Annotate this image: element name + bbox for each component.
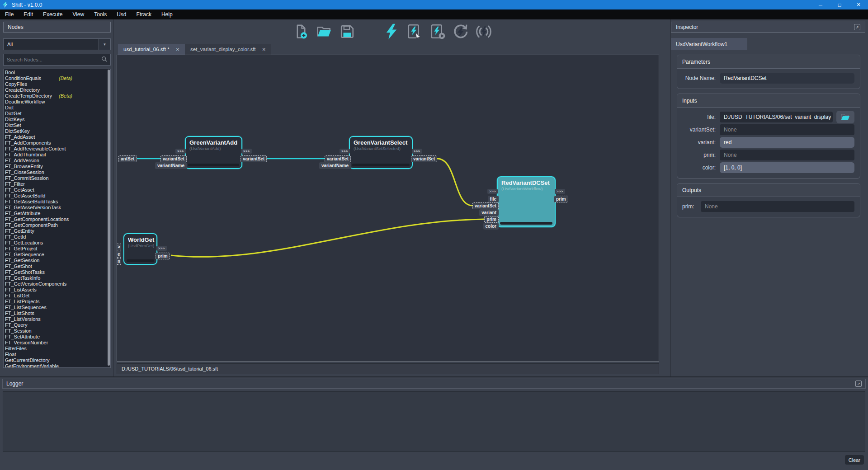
menu-execute[interactable]: Execute (38, 9, 67, 19)
port-variant[interactable]: variant (479, 209, 499, 216)
list-item[interactable]: FT_CommitSession (5, 175, 110, 181)
list-item[interactable]: FT_GetSession (5, 258, 110, 263)
list-item[interactable]: FT_GetEntity (5, 228, 110, 234)
field-variant[interactable]: red (720, 137, 854, 148)
list-item[interactable]: FilterFiles (5, 346, 110, 352)
list-item[interactable]: CopyFiles (5, 81, 110, 87)
list-item[interactable]: FT_VersionNumber (5, 340, 110, 346)
close-button[interactable]: ✕ (849, 0, 868, 9)
field-prim[interactable]: None (701, 201, 854, 212)
open-file-icon[interactable] (316, 23, 333, 40)
list-item[interactable]: FT_GetProject (5, 246, 110, 252)
graph-node-resize-bar[interactable] (188, 164, 239, 166)
tab-set-variant-display-color-sft[interactable]: set_variant_display_color.sft✕ (185, 44, 271, 55)
port-prim[interactable]: prim (554, 196, 568, 202)
port-prim[interactable]: prim (484, 216, 499, 223)
list-item[interactable]: FT_CloseSession (5, 169, 110, 175)
list-item[interactable]: FT_GetVersionComponents (5, 281, 110, 287)
execute-icon[interactable] (383, 23, 400, 40)
list-item[interactable]: FT_ListGet (5, 293, 110, 299)
list-item[interactable]: FT_Filter (5, 181, 110, 187)
list-item[interactable]: FT_GetAssetVersionTask (5, 205, 110, 211)
list-item[interactable]: GetEnvironmentVariable (5, 363, 110, 368)
popout-icon[interactable]: ↗ (854, 24, 860, 30)
close-icon[interactable]: ✕ (262, 47, 266, 52)
field-node-name[interactable]: RedVariantDCSet (720, 73, 854, 84)
list-item[interactable]: DictKeys (5, 117, 110, 122)
menu-usd[interactable]: Usd (112, 9, 131, 19)
refresh-execute-icon[interactable] (452, 23, 469, 40)
list-item[interactable]: DictSetKey (5, 128, 110, 134)
port-color[interactable]: color (483, 223, 499, 230)
browse-file-button[interactable] (836, 111, 854, 123)
list-item[interactable]: FT_GetComponentLocations (5, 216, 110, 222)
list-item[interactable]: FT_GetId (5, 234, 110, 240)
list-item[interactable]: FT_AddComponents (5, 140, 110, 146)
port-variantSet[interactable]: variantSet (472, 202, 499, 209)
menu-tools[interactable]: Tools (89, 9, 112, 19)
list-item[interactable]: DeadlineWorkflow (5, 99, 110, 105)
menu-help[interactable]: Help (156, 9, 178, 19)
graph-node-greenvariantselect[interactable]: GreenVariantSelect(UsdVariantSetSelected… (349, 136, 413, 169)
list-item[interactable]: FT_GetTaskInfo (5, 275, 110, 281)
field-file[interactable]: D:/USD_TUTORIALS/06/set_variant_display_… (720, 112, 833, 122)
port-variantSet[interactable]: variantSet (411, 155, 437, 162)
port-prim[interactable]: prim (156, 253, 170, 259)
port-variantSet[interactable]: variantSet (241, 155, 267, 162)
graph-node-redvariantdcset[interactable]: RedVariantDCSet(UsdVariantWorkflow) (497, 176, 556, 227)
list-item[interactable]: FT_AddReviewableContent (5, 146, 110, 152)
list-item[interactable]: Float (5, 352, 110, 357)
list-item[interactable]: FT_ListAssets (5, 287, 110, 293)
list-item[interactable]: FT_AddThumbnail (5, 152, 110, 158)
live-execute-icon[interactable] (475, 23, 492, 40)
list-item[interactable]: FT_GetSequence (5, 252, 110, 258)
search-nodes-input[interactable]: Search Nodes... (3, 54, 111, 66)
maximize-button[interactable]: □ (830, 0, 849, 9)
field-prim[interactable]: None (720, 150, 854, 160)
menu-view[interactable]: View (67, 9, 89, 19)
list-item[interactable]: FT_ListVersions (5, 316, 110, 322)
list-item[interactable]: FT_ListShots (5, 310, 110, 316)
field-color[interactable]: [1, 0, 0] (720, 162, 854, 173)
list-item[interactable]: FT_GetAssetBuildTasks (5, 199, 110, 205)
port-variantSet[interactable]: variantSet (325, 155, 351, 162)
chevron-down-icon[interactable]: ▼ (99, 39, 110, 50)
list-item[interactable]: FT_ListProjects (5, 299, 110, 305)
list-item[interactable]: GetCurrentDirectory (5, 357, 110, 363)
graph-node-greenvariantadd[interactable]: GreenVariantAdd(UsdVariantAdd) (185, 136, 242, 169)
list-item[interactable]: FT_GetShotTasks (5, 269, 110, 275)
list-item[interactable]: CreateTempDirectory(Beta) (5, 93, 110, 99)
list-item[interactable]: Bool (5, 70, 110, 75)
list-item[interactable]: DictSet (5, 122, 110, 128)
tab-usd-tutorial-06-sft-[interactable]: usd_tutorial_06.sft *✕ (118, 44, 185, 55)
port-variantSet[interactable]: variantSet (160, 155, 187, 162)
port-variantName[interactable]: variantName (155, 162, 187, 169)
list-item[interactable]: FT_GetAssetBuild (5, 193, 110, 199)
graph-node-resize-bar[interactable] (500, 222, 552, 225)
menu-ftrack[interactable]: Ftrack (132, 9, 156, 19)
list-item[interactable]: FT_AddVersion (5, 158, 110, 164)
list-item[interactable]: FT_SetAttribute (5, 334, 110, 340)
field-variantset[interactable]: None (720, 124, 854, 135)
graph-node-resize-bar[interactable] (127, 259, 154, 262)
list-item[interactable]: FT_ListSequences (5, 305, 110, 310)
menu-edit[interactable]: Edit (19, 9, 38, 19)
clear-button[interactable]: Clear (845, 455, 864, 465)
list-item[interactable]: ConditionEquals(Beta) (5, 75, 110, 81)
port-variantName[interactable]: variantName (319, 162, 351, 169)
inspector-node-tab[interactable]: UsdVariantWorkflow1 (671, 38, 747, 50)
popout-icon[interactable]: ↗ (855, 381, 862, 387)
list-item[interactable]: FT_GetComponentPath (5, 222, 110, 228)
list-item[interactable]: FT_GetShot (5, 263, 110, 269)
menu-file[interactable]: File (0, 9, 19, 19)
list-item[interactable]: Dict (5, 105, 110, 111)
graph-node-resize-bar[interactable] (352, 164, 410, 166)
list-item[interactable]: FT_GetAsset (5, 187, 110, 193)
save-file-icon[interactable] (339, 23, 356, 40)
node-graph-canvas[interactable]: GreenVariantAdd(UsdVariantAdd)>>>variant… (117, 55, 659, 362)
list-item[interactable]: FT_GetAttribute (5, 211, 110, 216)
node-filter-dropdown[interactable]: All ▼ (3, 38, 111, 50)
minimize-button[interactable]: ─ (811, 0, 830, 9)
list-item[interactable]: FT_Query (5, 322, 110, 328)
graph-node-worldget[interactable]: WorldGet(UsdPrimGet) (123, 233, 157, 265)
